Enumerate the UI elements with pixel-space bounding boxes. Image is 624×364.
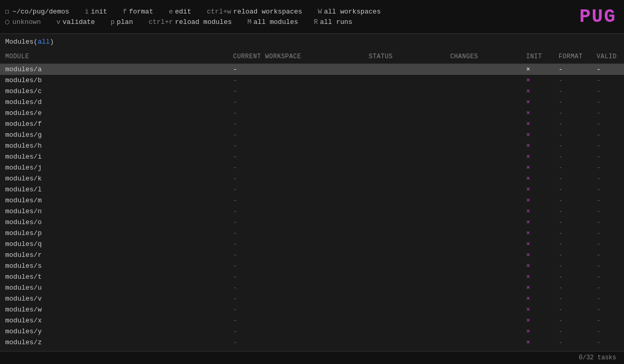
- cell-workspace: -: [228, 228, 363, 239]
- table-row[interactable]: modules/w-×--: [0, 304, 624, 315]
- table-row[interactable]: modules/j-×--: [0, 162, 624, 173]
- col-header-workspace: CURRENT WORKSPACE: [228, 50, 363, 64]
- table-row[interactable]: modules/u-×--: [0, 282, 624, 293]
- cell-workspace: -: [228, 293, 363, 304]
- cell-valid: -: [591, 337, 624, 348]
- table-row[interactable]: modules/g-×--: [0, 129, 624, 140]
- cell-format: -: [553, 337, 591, 348]
- table-row[interactable]: modules/r-×--: [0, 250, 624, 261]
- cell-valid: -: [591, 206, 624, 217]
- table-header: MODULE CURRENT WORKSPACE STATUS CHANGES …: [0, 50, 624, 64]
- cell-workspace: -: [228, 140, 363, 151]
- cell-valid: -: [591, 75, 624, 86]
- table-row[interactable]: modules/s-×--: [0, 261, 624, 271]
- label-all-modules: all modules: [254, 18, 298, 26]
- cell-valid: -: [591, 108, 624, 119]
- table-row[interactable]: modules/x-×--: [0, 315, 624, 326]
- cell-init: ×: [521, 119, 554, 129]
- toolbar-item-all-runs[interactable]: R all runs: [314, 18, 352, 26]
- table-row[interactable]: modules/i-×--: [0, 151, 624, 162]
- cell-status: [363, 293, 445, 304]
- table-row[interactable]: modules/y-×--: [0, 326, 624, 337]
- table-row[interactable]: modules/q-×--: [0, 239, 624, 250]
- cell-format: -: [553, 119, 591, 129]
- cell-format: -: [553, 206, 591, 217]
- cell-workspace: -: [228, 75, 363, 86]
- table-row[interactable]: modules/l-×--: [0, 184, 624, 195]
- toolbar-item-validate[interactable]: v validate: [56, 18, 95, 26]
- cell-workspace: -: [228, 326, 363, 337]
- table-row[interactable]: modules/f-×--: [0, 119, 624, 129]
- toolbar-item-plan[interactable]: p plan: [111, 18, 133, 26]
- toolbar-item-all-workspaces[interactable]: W all workspaces: [318, 8, 381, 16]
- cell-changes: [445, 184, 521, 195]
- cell-changes: [445, 315, 521, 326]
- table-row[interactable]: modules/c-×--: [0, 86, 624, 97]
- cell-module: modules/b: [0, 75, 228, 86]
- cell-valid: -: [591, 151, 624, 162]
- cell-format: -: [553, 315, 591, 326]
- cell-init: ×: [521, 239, 554, 250]
- cell-format: -: [553, 108, 591, 119]
- cell-valid: -: [591, 304, 624, 315]
- cell-status: [363, 217, 445, 228]
- cell-module: modules/p: [0, 228, 228, 239]
- cell-changes: [445, 140, 521, 151]
- toolbar-item-all-modules[interactable]: M all modules: [248, 18, 298, 26]
- cell-module: modules/l: [0, 184, 228, 195]
- key-f: f: [123, 8, 127, 16]
- table-row[interactable]: modules/h-×--: [0, 140, 624, 151]
- table-row[interactable]: modules/t-×--: [0, 271, 624, 282]
- cell-valid: -: [591, 293, 624, 304]
- cell-valid: -: [591, 97, 624, 108]
- cell-status: [363, 239, 445, 250]
- cell-valid: -: [591, 261, 624, 271]
- cell-changes: [445, 337, 521, 348]
- main-table: MODULE CURRENT WORKSPACE STATUS CHANGES …: [0, 50, 624, 348]
- table-row[interactable]: modules/n-×--: [0, 206, 624, 217]
- modules-filter[interactable]: all: [37, 38, 49, 46]
- table-row[interactable]: modules/o-×--: [0, 217, 624, 228]
- cell-status: [363, 184, 445, 195]
- col-header-changes: CHANGES: [445, 50, 521, 64]
- cell-changes: [445, 250, 521, 261]
- cell-valid: -: [591, 271, 624, 282]
- cell-changes: [445, 217, 521, 228]
- cell-status: [363, 271, 445, 282]
- toolbar-item-format[interactable]: f format: [123, 8, 153, 16]
- cell-init: ×: [521, 129, 554, 140]
- table-row[interactable]: modules/b-×--: [0, 75, 624, 86]
- col-header-format: FORMAT: [553, 50, 591, 64]
- table-row[interactable]: modules/d-×--: [0, 97, 624, 108]
- cell-status: [363, 75, 445, 86]
- folder-icon: ◻: [5, 7, 9, 16]
- table-row[interactable]: modules/e-×--: [0, 108, 624, 119]
- cell-valid: -: [591, 195, 624, 206]
- cell-changes: [445, 162, 521, 173]
- cell-init: ×: [521, 228, 554, 239]
- cell-format: -: [553, 293, 591, 304]
- toolbar-item-reload-modules[interactable]: ctrl+r reload modules: [149, 18, 232, 26]
- table-row[interactable]: modules/a-×--: [0, 64, 624, 75]
- table-row[interactable]: modules/p-×--: [0, 228, 624, 239]
- cell-module: modules/k: [0, 173, 228, 184]
- table-row[interactable]: modules/z-×--: [0, 337, 624, 348]
- table-row[interactable]: modules/k-×--: [0, 173, 624, 184]
- cell-changes: [445, 261, 521, 271]
- toolbar-item-init[interactable]: i init: [85, 8, 107, 16]
- cell-status: [363, 86, 445, 97]
- cell-init: ×: [521, 250, 554, 261]
- cell-status: [363, 108, 445, 119]
- cell-format: -: [553, 97, 591, 108]
- toolbar-item-edit[interactable]: e edit: [169, 8, 191, 16]
- cell-changes: [445, 97, 521, 108]
- cell-init: ×: [521, 140, 554, 151]
- cell-module: modules/n: [0, 206, 228, 217]
- cell-status: [363, 228, 445, 239]
- cell-init: ×: [521, 195, 554, 206]
- cell-init: ×: [521, 337, 554, 348]
- table-row[interactable]: modules/v-×--: [0, 293, 624, 304]
- cell-format: -: [553, 282, 591, 293]
- toolbar-item-reload-workspaces[interactable]: ctrl+w reload workspaces: [207, 8, 302, 16]
- table-row[interactable]: modules/m-×--: [0, 195, 624, 206]
